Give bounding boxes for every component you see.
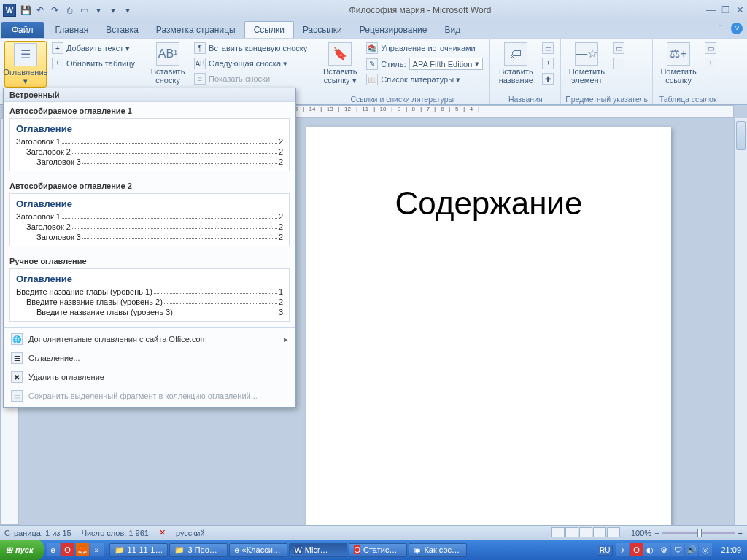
insert-caption-button[interactable]: 🏷 Вставить название [495, 41, 537, 86]
tab-view[interactable]: Вид [436, 22, 469, 38]
tray-icon[interactable]: 🛡 [671, 543, 684, 556]
chevron-down-icon: ▾ [23, 77, 28, 85]
view-print-layout[interactable] [551, 527, 565, 537]
start-button[interactable]: ⊞пуск [0, 540, 44, 560]
zoom-thumb[interactable] [697, 529, 702, 537]
manage-sources-label: Управление источниками [381, 44, 475, 52]
remove-toc-command[interactable]: ✖Удалить оглавление [4, 368, 295, 386]
opt-icon: ▭ [613, 42, 624, 54]
citation-style-dropdown[interactable]: ✎Стиль: APA Fifth Edition▾ [364, 56, 485, 71]
gallery-item-title[interactable]: Ручное оглавление [4, 252, 295, 267]
window-buttons: — ❐ ✕ [706, 4, 744, 15]
scrollbar-thumb[interactable] [736, 121, 746, 150]
next-footnote-button[interactable]: ABСледующая сноска ▾ [192, 56, 309, 71]
index-opt2[interactable]: ! [611, 56, 627, 71]
tray-icon[interactable]: ◎ [699, 543, 712, 556]
tab-mailings[interactable]: Рассылки [294, 22, 351, 38]
vertical-scrollbar[interactable] [734, 118, 747, 525]
auth-opt1[interactable]: ▭ [703, 41, 719, 55]
tab-insert[interactable]: Вставка [97, 22, 147, 38]
print-icon[interactable]: ⎙ [63, 4, 76, 17]
ie-icon[interactable]: e [47, 543, 60, 556]
add-text-button[interactable]: +Добавить текст ▾ [50, 41, 137, 55]
preview-row-text: Заголовок 1 [16, 212, 61, 221]
tab-home[interactable]: Главная [47, 22, 98, 38]
qat-extra2-icon[interactable]: ▾ [121, 4, 134, 17]
view-outline[interactable] [593, 527, 606, 537]
opera-icon[interactable]: O [61, 543, 74, 556]
preview-row-text: Введите название главы (уровень 2) [26, 298, 163, 306]
help-icon[interactable]: ? [731, 23, 743, 34]
proofing-icon[interactable]: ✕ [159, 528, 166, 537]
zoom-out-button[interactable]: − [654, 529, 659, 537]
minimize-button[interactable]: — [706, 4, 716, 15]
zoom-in-button[interactable]: + [738, 529, 743, 537]
redo-icon[interactable]: ↷ [48, 4, 61, 17]
auth-opt2[interactable]: ! [703, 56, 719, 71]
minimize-ribbon-icon[interactable]: ˇ [715, 23, 727, 34]
status-wordcount[interactable]: Число слов: 1 961 [82, 529, 149, 537]
language-indicator[interactable]: RU [597, 545, 613, 556]
tab-page-layout[interactable]: Разметка страницы [147, 22, 244, 38]
tray-icon[interactable]: ◐ [643, 543, 657, 556]
close-button[interactable]: ✕ [736, 4, 744, 15]
toc-dialog-command[interactable]: ☰Оглавление... [4, 349, 295, 368]
gallery-item-preview[interactable]: ОглавлениеЗаголовок 12Заголовок 22Заголо… [9, 193, 290, 246]
insert-footnote-button[interactable]: AB¹ Вставить сноску [147, 41, 189, 86]
gallery-item-preview[interactable]: ОглавлениеЗаголовок 12Заголовок 22Заголо… [9, 118, 290, 171]
qat-dropdown-icon[interactable]: ▾ [92, 4, 105, 17]
insert-citation-button[interactable]: 🔖 Вставить ссылку ▾ [319, 41, 361, 86]
task-item[interactable]: 📁11-11-1… [109, 543, 169, 557]
task-item[interactable]: OСтатис… [349, 543, 407, 557]
task-item-word[interactable]: WMicr… [289, 543, 347, 557]
gallery-item-title[interactable]: Автособираемое оглавление 1 [4, 102, 295, 117]
bibliography-button[interactable]: 📖Список литературы ▾ [364, 72, 485, 87]
preview-row-text: Введите название главы (уровень 3) [36, 308, 173, 316]
tray-icon[interactable]: ♪ [616, 543, 629, 556]
more-from-office-command[interactable]: 🌐Дополнительные оглавления с сайта Offic… [4, 330, 295, 349]
view-web[interactable] [579, 527, 592, 537]
tab-references[interactable]: Ссылки [244, 21, 294, 38]
gallery-item-title[interactable]: Автособираемое оглавление 2 [4, 177, 295, 192]
undo-icon[interactable]: ↶ [34, 4, 47, 17]
view-full-screen[interactable] [565, 527, 578, 537]
show-notes-button[interactable]: ≡Показать сноски [192, 71, 309, 86]
index-opt1[interactable]: ▭ [611, 41, 627, 55]
insert-endnote-button[interactable]: ¶Вставить концевую сноску [192, 41, 309, 55]
caption-opt1[interactable]: ▭ [540, 41, 556, 55]
document-page[interactable]: Содержание [306, 127, 671, 525]
mark-entry-button[interactable]: —☆ Пометить элемент [565, 41, 608, 86]
group-authorities-label: Таблица ссылок [657, 94, 719, 104]
update-table-button[interactable]: !Обновить таблицу [50, 56, 137, 71]
zoom-label[interactable]: 100% [631, 529, 651, 537]
task-item[interactable]: 📁3 Про… [169, 543, 228, 557]
task-item[interactable]: e«Класси… [229, 543, 287, 557]
tray-icon[interactable]: O [630, 543, 643, 556]
tray-icon[interactable]: 🔊 [685, 543, 698, 556]
maximize-button[interactable]: ❐ [721, 4, 730, 15]
caption-opt3[interactable]: ✚ [540, 71, 556, 86]
new-icon[interactable]: ▭ [77, 4, 90, 17]
mark-citation-button[interactable]: ⚖+ Пометить ссылку [657, 41, 700, 86]
mark-citation-label: Пометить ссылку [659, 67, 698, 85]
insert-citation-label: Вставить ссылку ▾ [320, 67, 360, 85]
gallery-item-preview[interactable]: ОглавлениеВведите название главы (уровен… [9, 268, 290, 322]
caption-opt2[interactable]: ! [540, 56, 556, 71]
save-icon[interactable]: 💾 [19, 4, 32, 17]
toc-button[interactable]: ☰ Оглавление ▾ [4, 41, 47, 88]
firefox-icon[interactable]: 🦊 [76, 543, 89, 556]
qat-extra-icon[interactable]: ▾ [107, 4, 120, 17]
task-item[interactable]: ◉Как сос… [409, 543, 467, 557]
taskbar-clock[interactable]: 21:09 [715, 545, 747, 554]
status-page[interactable]: Страница: 1 из 15 [4, 529, 71, 537]
manage-sources-button[interactable]: 📚Управление источниками [364, 41, 485, 55]
preview-dots [72, 147, 277, 154]
ql-more-icon[interactable]: » [90, 543, 104, 556]
tab-file[interactable]: Файл [1, 22, 44, 38]
tray-icon[interactable]: ⚙ [657, 543, 670, 556]
tab-review[interactable]: Рецензирование [351, 22, 436, 38]
status-language[interactable]: русский [176, 529, 204, 537]
view-draft[interactable] [607, 527, 620, 537]
preview-page-num: 2 [279, 233, 283, 241]
zoom-slider[interactable] [662, 532, 735, 534]
